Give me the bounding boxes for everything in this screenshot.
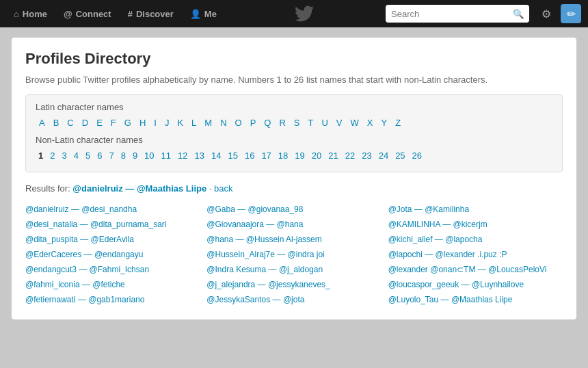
letter-link-p[interactable]: P xyxy=(247,116,260,129)
profile-link[interactable]: @lexander @onan⊂TM — @LoucasPeloVi xyxy=(388,262,563,277)
letter-link-u[interactable]: U xyxy=(318,116,331,129)
profile-link[interactable]: @Jota — @Kamilinha xyxy=(388,202,563,217)
number-link-19[interactable]: 19 xyxy=(292,149,307,162)
letter-link-f[interactable]: F xyxy=(107,116,120,129)
number-link-24[interactable]: 24 xyxy=(376,149,391,162)
letter-link-c[interactable]: C xyxy=(64,116,77,129)
number-link-14[interactable]: 14 xyxy=(209,149,224,162)
search-button[interactable]: 🔍 xyxy=(509,6,529,22)
discover-icon: # xyxy=(128,9,133,19)
number-link-17[interactable]: 17 xyxy=(258,149,273,162)
letter-link-e[interactable]: E xyxy=(93,116,106,129)
letter-row: ABCDEFGHIJKLMNOPQRSTUVWXYZ xyxy=(36,116,552,129)
profile-column-1: @danielruiz — @desi_nandha@desi_natalia … xyxy=(25,202,200,307)
search-container: 🔍 xyxy=(386,5,529,23)
number-link-18[interactable]: 18 xyxy=(276,149,291,162)
compose-button[interactable]: ✏ xyxy=(561,4,581,23)
nav-home[interactable]: ⌂ Home xyxy=(7,5,54,23)
profile-link[interactable]: @loucaspor_geeuk — @Luynhailove xyxy=(388,277,563,292)
number-link-23[interactable]: 23 xyxy=(359,149,374,162)
letter-link-n[interactable]: N xyxy=(217,116,230,129)
number-link-20[interactable]: 20 xyxy=(309,149,324,162)
letter-link-y[interactable]: Y xyxy=(377,116,390,129)
profile-column-3: @Jota — @Kamilinha@KAMILINHA — @kicerjm@… xyxy=(388,202,563,307)
number-link-8[interactable]: 8 xyxy=(118,149,129,162)
number-link-13[interactable]: 13 xyxy=(192,149,207,162)
letter-link-z[interactable]: Z xyxy=(392,116,404,129)
number-link-26[interactable]: 26 xyxy=(410,149,425,162)
letter-link-j[interactable]: J xyxy=(161,116,173,129)
results-sep: · xyxy=(206,183,214,194)
profile-link[interactable]: @fetiernawati — @gab1mariano xyxy=(25,292,200,307)
letter-link-a[interactable]: A xyxy=(36,116,49,129)
home-icon: ⌂ xyxy=(14,9,19,19)
number-link-22[interactable]: 22 xyxy=(343,149,358,162)
profile-link[interactable]: @desi_natalia — @dita_purnama_sari xyxy=(25,217,200,232)
profile-link[interactable]: @danielruiz — @desi_nandha xyxy=(25,202,200,217)
profile-link[interactable]: @fahmi_iconia — @fetiche xyxy=(25,277,200,292)
profile-link[interactable]: @endangcut3 — @Fahmi_Ichsan xyxy=(25,262,200,277)
letter-link-h[interactable]: H xyxy=(136,116,149,129)
number-link-4[interactable]: 4 xyxy=(71,149,81,162)
profile-link[interactable]: @Gaba — @giovanaa_98 xyxy=(206,202,381,217)
navbar: ⌂ Home @ Connect # Discover 👤 Me 🔍 ⚙ ✏ xyxy=(0,0,588,27)
letter-link-g[interactable]: G xyxy=(121,116,135,129)
profile-link[interactable]: @lapochi — @lexander .i.puz :P xyxy=(388,247,563,262)
profile-link[interactable]: @Giovanaajora — @hana xyxy=(206,217,381,232)
profile-link[interactable]: @Luyolo_Tau — @Maathias Liipe xyxy=(388,292,563,307)
number-link-10[interactable]: 10 xyxy=(142,149,157,162)
nav-home-label: Home xyxy=(23,9,47,19)
main-content: Profiles Directory Browse public Twitter… xyxy=(0,27,588,330)
number-link-12[interactable]: 12 xyxy=(175,149,190,162)
profile-link[interactable]: @dita_puspita — @EderAvila xyxy=(25,232,200,247)
letter-link-b[interactable]: B xyxy=(50,116,63,129)
profile-link[interactable]: @JessykaSantos — @jota xyxy=(206,292,381,307)
latin-section-label: Latin character names xyxy=(36,102,552,112)
letter-link-s[interactable]: S xyxy=(291,116,304,129)
letter-link-t[interactable]: T xyxy=(305,116,317,129)
number-link-11[interactable]: 11 xyxy=(159,149,174,162)
number-link-6[interactable]: 6 xyxy=(94,149,105,162)
nav-connect-label: Connect xyxy=(76,9,111,19)
number-link-2[interactable]: 2 xyxy=(47,149,57,162)
gear-button[interactable]: ⚙ xyxy=(537,5,555,23)
profile-link[interactable]: @j_alejandra — @jessykaneves_ xyxy=(206,277,381,292)
nav-discover[interactable]: # Discover xyxy=(121,5,181,23)
nav-me[interactable]: 👤 Me xyxy=(183,5,224,23)
letter-link-d[interactable]: D xyxy=(79,116,92,129)
letter-link-v[interactable]: V xyxy=(333,116,346,129)
letter-link-l[interactable]: L xyxy=(188,116,200,129)
number-link-21[interactable]: 21 xyxy=(325,149,340,162)
letter-link-k[interactable]: K xyxy=(174,116,187,129)
letter-link-i[interactable]: I xyxy=(150,116,160,129)
number-link-25[interactable]: 25 xyxy=(392,149,407,162)
letter-link-w[interactable]: W xyxy=(347,116,362,129)
letter-link-o[interactable]: O xyxy=(232,116,245,129)
number-link-9[interactable]: 9 xyxy=(130,149,140,162)
profile-link[interactable]: @hana — @Hussein Al-jassem xyxy=(206,232,381,247)
letter-link-r[interactable]: R xyxy=(276,116,289,129)
profile-link[interactable]: @KAMILINHA — @kicerjm xyxy=(388,217,563,232)
connect-icon: @ xyxy=(64,9,72,19)
profile-link[interactable]: @Hussein_Alraj7e — @indra joi xyxy=(206,247,381,262)
nav-connect[interactable]: @ Connect xyxy=(57,5,118,23)
results-header: Results for: @danielruiz — @Maathias Lii… xyxy=(25,183,563,194)
number-link-1[interactable]: 1 xyxy=(36,149,46,162)
number-row: 1234567891011121314151617181920212223242… xyxy=(36,149,552,162)
results-query: @danielruiz — @Maathias Liipe xyxy=(72,183,206,194)
back-link[interactable]: back xyxy=(214,183,232,194)
search-input[interactable] xyxy=(386,6,509,22)
number-link-15[interactable]: 15 xyxy=(225,149,240,162)
page-title: Profiles Directory xyxy=(25,50,563,68)
letter-link-x[interactable]: X xyxy=(364,116,377,129)
number-link-16[interactable]: 16 xyxy=(242,149,257,162)
number-link-5[interactable]: 5 xyxy=(83,149,93,162)
profile-link[interactable]: @kichi_alief — @lapocha xyxy=(388,232,563,247)
letter-link-q[interactable]: Q xyxy=(260,116,274,129)
letter-link-m[interactable]: M xyxy=(201,116,215,129)
number-link-3[interactable]: 3 xyxy=(59,149,69,162)
profile-link[interactable]: @Indra Kesuma — @j_aldogan xyxy=(206,262,381,277)
profile-link[interactable]: @EderCaceres — @endangayu xyxy=(25,247,200,262)
number-link-7[interactable]: 7 xyxy=(106,149,116,162)
search-icon: 🔍 xyxy=(513,9,524,19)
